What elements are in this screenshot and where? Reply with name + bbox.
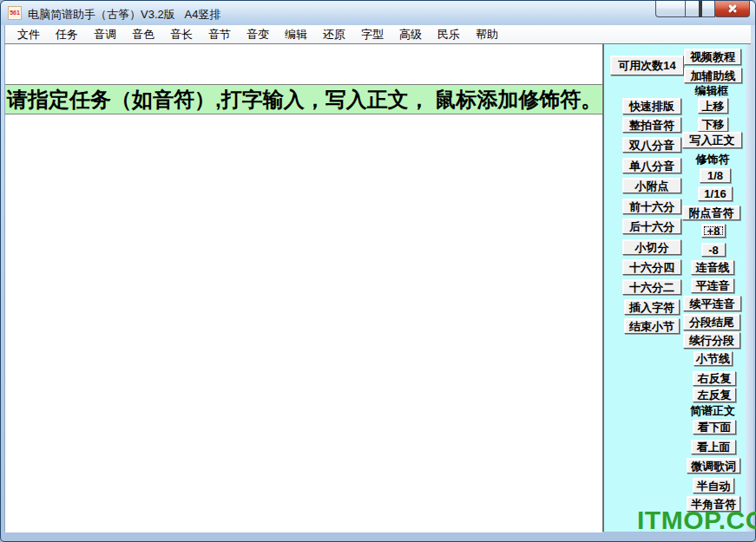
menu-item-help[interactable]: 帮助 [468, 27, 506, 42]
window-title: 电脑简谱助手（古筝）V3.2版 A4竖排 [28, 7, 220, 23]
write-to-text-button[interactable]: 写入正文 [682, 132, 742, 148]
app-window: 561 电脑简谱助手（古筝）V3.2版 A4竖排 文件任务音调音色音长音节音变编… [0, 0, 756, 542]
one-eighth-button[interactable]: 1/8 [700, 168, 731, 183]
menu-item-syllable[interactable]: 音节 [201, 27, 239, 42]
small-syncopation-button[interactable]: 小切分 [622, 239, 681, 255]
window-controls [656, 1, 750, 17]
maximize-icon [699, 1, 702, 17]
menu-item-font-style[interactable]: 字型 [353, 27, 391, 42]
menu-bar: 文件任务音调音色音长音节音变编辑还原字型高级民乐帮助 [4, 25, 751, 44]
video-tutorial-button[interactable]: 视频教程 [684, 49, 741, 65]
sixteenth-four-button[interactable]: 十六分四 [622, 259, 681, 275]
insert-char-button[interactable]: 插入字符 [624, 299, 680, 315]
double-eighth-note-button[interactable]: 双八分音 [622, 137, 681, 153]
front-sixteenth-button[interactable]: 前十六分 [622, 199, 681, 214]
menu-item-duration[interactable]: 音长 [162, 27, 201, 42]
fine-tune-lyrics-button[interactable]: 微调歌词 [687, 458, 740, 473]
menu-item-file[interactable]: 文件 [10, 27, 48, 42]
watermark: ITMOP.COM [637, 506, 756, 535]
menu-item-task[interactable]: 任务 [48, 27, 86, 42]
edit-box-label: 编辑框 [689, 84, 734, 97]
one-sixteenth-button[interactable]: 1/16 [698, 186, 733, 201]
view-below-button[interactable]: 看下面 [693, 420, 736, 434]
usage-count-button[interactable]: 可用次数14 [610, 56, 684, 75]
view-above-button[interactable]: 看上面 [691, 440, 736, 454]
app-icon: 561 [8, 6, 22, 20]
flat-tie-button[interactable]: 平连音 [691, 278, 734, 293]
tie-line-button[interactable]: 连音线 [691, 260, 734, 275]
move-down-button[interactable]: 下移 [698, 117, 728, 132]
add-guide-line-button[interactable]: 加辅助线 [684, 68, 742, 83]
menu-item-folk-music[interactable]: 民乐 [430, 27, 468, 42]
small-dot-button[interactable]: 小附点 [622, 178, 681, 193]
plus-octave-button[interactable]: +8 [701, 224, 726, 238]
close-icon [726, 3, 738, 15]
dotted-note-button[interactable]: 附点音符 [682, 206, 740, 220]
bar-line-button[interactable]: 小节线 [694, 351, 733, 366]
document-area[interactable] [5, 114, 602, 532]
menu-item-restore[interactable]: 还原 [315, 27, 353, 42]
semi-auto-button[interactable]: 半自动 [693, 478, 734, 493]
menu-item-timbre[interactable]: 音色 [124, 27, 162, 42]
move-up-button[interactable]: 上移 [698, 98, 728, 114]
sixteenth-two-button[interactable]: 十六分二 [622, 279, 681, 295]
menu-item-edit[interactable]: 编辑 [277, 27, 315, 42]
quick-layout-button[interactable]: 快速排版 [622, 98, 681, 114]
close-button[interactable] [714, 1, 750, 17]
modifier-label: 修饰符 [693, 153, 733, 166]
right-repeat-button[interactable]: 右反复 [693, 371, 736, 386]
menu-item-advanced[interactable]: 高级 [391, 27, 430, 42]
menu-item-tone[interactable]: 音调 [86, 27, 124, 42]
minimize-button[interactable] [655, 1, 686, 17]
continue-line-segment-button[interactable]: 续行分段 [683, 332, 740, 349]
score-text-label: 简谱正文 [687, 404, 739, 417]
entry-box[interactable] [5, 44, 602, 85]
whole-beat-note-button[interactable]: 整拍音符 [622, 117, 681, 133]
main-area: 请指定任务（如音符）,打字输入，写入正文， 鼠标添加修饰符。 [4, 44, 604, 532]
minus-octave-button[interactable]: -8 [701, 243, 726, 257]
left-repeat-button[interactable]: 左反复 [693, 388, 736, 402]
window-right-border [746, 44, 753, 532]
message-bar: 请指定任务（如音符）,打字输入，写入正文， 鼠标添加修饰符。 [5, 85, 602, 114]
continue-flat-tie-button[interactable]: 续平连音 [683, 296, 741, 311]
task-hint-text: 请指定任务（如音符）,打字输入，写入正文， 鼠标添加修饰符。 [7, 86, 602, 114]
title-bar[interactable]: 561 电脑简谱助手（古筝）V3.2版 A4竖排 [1, 1, 755, 25]
segment-end-button[interactable]: 分段结尾 [683, 314, 740, 330]
end-measure-button[interactable]: 结束小节 [624, 318, 680, 334]
menu-item-pitch-change[interactable]: 音变 [239, 27, 277, 42]
back-sixteenth-button[interactable]: 后十六分 [622, 219, 681, 234]
maximize-button[interactable] [685, 1, 715, 17]
single-eighth-note-button[interactable]: 单八分音 [622, 158, 681, 173]
